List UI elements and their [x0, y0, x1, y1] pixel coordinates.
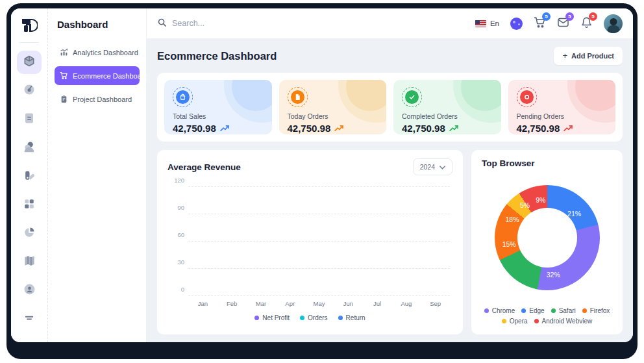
stat-card-completed-orders[interactable]: Completed Orders 42,750.98 [393, 80, 501, 134]
messages-button[interactable]: 5 [557, 16, 569, 31]
palette-icon [23, 169, 36, 184]
legend-dot [534, 319, 539, 323]
rail-item-documents[interactable] [17, 108, 42, 131]
year-value: 2024 [420, 163, 435, 171]
y-tick-label: 0 [167, 286, 184, 293]
notifications-badge: 5 [589, 12, 597, 21]
stat-card-today-orders[interactable]: Today Orders 42,750.98 [279, 80, 387, 134]
revenue-legend: Net ProfitOrdersReturn [167, 314, 452, 321]
rail-item-profile[interactable] [17, 279, 42, 302]
bag-icon [173, 87, 193, 107]
notifications-button[interactable]: 5 [580, 16, 593, 31]
language-switcher[interactable]: En [475, 19, 499, 27]
revenue-title: Average Revenue [167, 162, 241, 172]
widgets-icon [23, 198, 35, 212]
rail-item-charts[interactable] [17, 221, 42, 245]
slice-label-chrome: 32% [547, 271, 560, 279]
cart-badge: 5 [542, 12, 551, 21]
x-tick-label: Sep [421, 300, 450, 307]
stat-value: 42,750.98 [288, 123, 331, 134]
legend-item-return[interactable]: Return [338, 314, 365, 321]
stat-card-pending-orders[interactable]: Pending Orders 42,750.98 [508, 80, 616, 134]
cart-button[interactable]: 5 [534, 16, 546, 31]
search-input[interactable]: Search... [157, 18, 204, 30]
legend-dot [582, 308, 587, 313]
app-logo[interactable] [18, 15, 41, 37]
y-tick-label: 90 [167, 204, 184, 211]
sidebar-item-analytics-dashboard[interactable]: Analytics Dashboard [55, 43, 140, 62]
rail-item-dashboards[interactable] [17, 51, 42, 74]
stat-card-total-sales[interactable]: Total Sales 42,750.98 [164, 80, 272, 134]
legend-item-firefox[interactable]: Firefox [582, 307, 610, 314]
sidebar-item-ecommerce-dashboard[interactable]: Ecommerce Dashboard [55, 66, 140, 85]
legend-dot [484, 308, 489, 313]
legend-dot [551, 308, 556, 313]
pie-chart-icon [23, 227, 35, 240]
y-tick-label: 30 [167, 258, 184, 266]
slice-label-android-webview: 9% [536, 196, 545, 204]
year-selector[interactable]: 2024 [413, 158, 452, 175]
x-tick-label: Aug [391, 300, 421, 307]
legend-item-edge[interactable]: Edge [521, 307, 544, 314]
rail-item-widgets[interactable] [17, 194, 42, 217]
browser-donut-chart[interactable]: 21%32%15%18%5%9% [495, 185, 600, 290]
sidebar-item-project-dashboard[interactable]: Project Dashboard [55, 90, 140, 108]
top-navbar: Search... En 5 5 [147, 8, 633, 38]
legend-item-net-profit[interactable]: Net Profit [254, 314, 290, 321]
sidebar-menu: Analytics Dashboard Ecommerce Dashboard … [55, 43, 140, 108]
slice-label-opera: 5% [520, 201, 530, 209]
cart-icon [60, 71, 68, 80]
stat-label: Total Sales [173, 112, 264, 120]
rail-item-maps[interactable] [17, 250, 42, 273]
x-tick-label: Jul [363, 300, 392, 307]
user-avatar[interactable] [604, 14, 623, 33]
trend-up-icon [334, 125, 344, 132]
rail-item-components[interactable] [17, 165, 42, 188]
x-tick-label: Jan [188, 300, 217, 307]
messages-badge: 5 [565, 12, 574, 21]
y-tick-label: 120 [167, 177, 184, 184]
stat-value: 42,750.98 [173, 123, 216, 134]
theme-toggle-button[interactable] [510, 18, 523, 30]
add-product-label: Add Product [571, 52, 614, 60]
top-browser-panel: Top Browser 21%32%15%18%5%9% ChromeEdgeS… [471, 150, 623, 334]
x-tick-label: May [304, 300, 334, 307]
legend-item-opera[interactable]: Opera [502, 318, 528, 325]
us-flag-icon [475, 20, 486, 27]
menu-item-label: Project Dashboard [73, 95, 132, 103]
legend-dot [254, 316, 259, 320]
revenue-x-axis: JanFebMarAprMayJunJulAugSep [188, 300, 450, 307]
gauge-icon [23, 83, 36, 98]
pending-ring-icon [517, 87, 537, 107]
legend-dot [502, 319, 506, 323]
browser-legend: ChromeEdgeSafariFirefoxOperaAndroid Webv… [482, 307, 612, 326]
trend-up-icon [449, 125, 459, 132]
users-icon [23, 140, 36, 155]
analytics-chart-icon [60, 48, 68, 56]
average-revenue-panel: Average Revenue 2024 0306090120 JanFebMa… [157, 150, 463, 334]
check-circle-icon [402, 87, 422, 107]
legend-item-safari[interactable]: Safari [551, 307, 576, 314]
legend-item-orders[interactable]: Orders [300, 314, 328, 321]
legend-dot [338, 316, 343, 320]
content-area: Ecommerce Dashboard + Add Product Total … [147, 38, 633, 342]
search-placeholder: Search... [172, 19, 204, 28]
main-area: Search... En 5 5 [147, 8, 633, 342]
app-window: Dashboard Analytics Dashboard Ecommerce … [11, 8, 633, 342]
browser-title: Top Browser [482, 158, 612, 168]
rail-item-users[interactable] [17, 136, 42, 160]
divider [19, 42, 39, 43]
map-icon [23, 255, 36, 269]
clipboard-icon [60, 95, 68, 103]
y-tick-label: 60 [167, 231, 184, 238]
legend-item-chrome[interactable]: Chrome [484, 307, 515, 314]
rail-item-gauge[interactable] [17, 79, 42, 103]
icon-rail [11, 8, 48, 342]
menu-lines-icon [23, 312, 35, 326]
legend-item-android-webview[interactable]: Android Webview [534, 318, 593, 325]
add-product-button[interactable]: + Add Product [554, 47, 623, 65]
sidebar-collapse-button[interactable] [17, 307, 42, 331]
sidebar: Dashboard Analytics Dashboard Ecommerce … [48, 8, 147, 342]
plus-icon: + [562, 53, 567, 59]
stat-label: Pending Orders [517, 112, 608, 120]
